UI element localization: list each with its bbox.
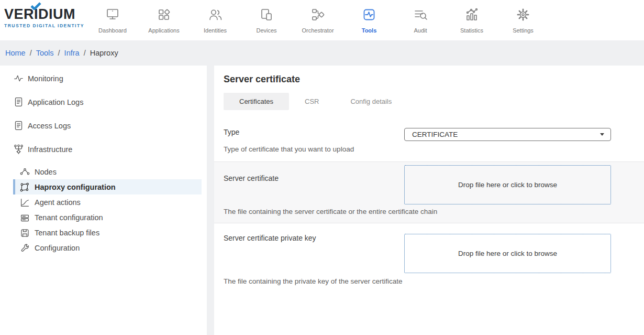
tab-csr[interactable]: CSR [289, 93, 335, 110]
certificate-type-value: CERTIFICATE [412, 131, 458, 138]
sidebar: Monitoring Application Logs Access Logs … [0, 66, 207, 335]
certificate-form: Type CERTIFICATE Type of certificate tha… [214, 117, 644, 294]
nav-item-applications[interactable]: Applications [138, 0, 190, 34]
top-nav: VERIDIUM TRUSTED DIGITAL IDENTITY Dashbo… [0, 0, 644, 40]
sidebar-item-agent-actions[interactable]: Agent actions [0, 194, 207, 210]
server-certificate-description: The file containing the server certifica… [224, 208, 611, 215]
network-icon [14, 144, 24, 154]
document-icon [14, 97, 24, 107]
sidebar-item-label: Monitoring [28, 74, 63, 83]
breadcrumb-separator: / [30, 49, 32, 57]
breadcrumb-tools[interactable]: Tools [36, 49, 54, 57]
nav-item-dashboard[interactable]: Dashboard [87, 0, 138, 34]
sidebar-item-nodes[interactable]: Nodes [0, 164, 207, 179]
sidebar-item-label: Tenant configuration [35, 213, 103, 222]
people-icon [207, 5, 223, 24]
tab-certificates[interactable]: Certificates [224, 93, 289, 110]
sidebar-item-label: Access Logs [28, 122, 71, 130]
nav-item-audit[interactable]: Audit [395, 0, 446, 34]
floppy-disk-icon [20, 228, 29, 237]
infrastructure-submenu: Nodes Haproxy configuration Agent action… [0, 164, 207, 255]
server-stack-icon [20, 213, 29, 222]
wrench-icon [20, 243, 29, 253]
line-chart-icon [20, 198, 29, 207]
activity-icon [14, 73, 24, 83]
sidebar-item-label: Nodes [35, 168, 57, 176]
sidebar-item-label: Application Logs [28, 98, 83, 106]
private-key-description: The file containing the private key of t… [224, 277, 611, 285]
nav-item-devices[interactable]: Devices [241, 0, 292, 34]
brand-logo[interactable]: VERIDIUM TRUSTED DIGITAL IDENTITY [4, 7, 83, 28]
breadcrumb: Home / Tools / Infra / Haproxy [0, 40, 644, 66]
logo-checkmark-icon [30, 2, 41, 10]
sidebar-item-infrastructure[interactable]: Infrastructure [0, 137, 207, 161]
sidebar-item-configuration[interactable]: Configuration [0, 240, 207, 255]
breadcrumb-separator: / [58, 49, 60, 57]
dropzone-text: Drop file here or click to browse [458, 250, 557, 257]
nodes-icon [20, 167, 29, 177]
nav-item-tools[interactable]: Tools [343, 0, 395, 34]
private-key-label: Server certificate private key [224, 234, 404, 273]
nav-item-identities[interactable]: Identities [190, 0, 241, 34]
list-magnifier-icon [413, 5, 428, 24]
server-certificate-dropzone[interactable]: Drop file here or click to browse [404, 165, 611, 204]
nav-item-statistics[interactable]: Statistics [446, 0, 497, 34]
nav-item-settings[interactable]: Settings [497, 0, 549, 34]
flowchart-icon [310, 5, 326, 24]
nav-item-orchestrator[interactable]: Orchestrator [292, 0, 343, 34]
workflow-icon [20, 182, 29, 192]
breadcrumb-current: Haproxy [90, 49, 118, 57]
app-grid-icon [156, 5, 172, 24]
dropzone-text: Drop file here or click to browse [458, 181, 557, 189]
sidebar-item-label: Infrastructure [28, 145, 72, 154]
certificate-type-select[interactable]: CERTIFICATE [404, 128, 611, 141]
document-icon [14, 121, 24, 131]
bar-line-chart-icon [464, 5, 480, 24]
monitor-icon [105, 5, 120, 24]
chevron-down-icon [600, 133, 604, 136]
type-label: Type [224, 128, 404, 141]
form-row-server-certificate: Server certificate Drop file here or cli… [214, 161, 644, 223]
sidebar-item-monitoring[interactable]: Monitoring [0, 67, 207, 90]
primary-nav: Dashboard Applications Identities Device… [87, 0, 549, 34]
gear-icon [515, 5, 531, 24]
type-description: Type of certificate that you want to upl… [224, 145, 611, 153]
tab-bar: Certificates CSR Config details [224, 93, 644, 110]
form-row-private-key: Server certificate private key Drop file… [214, 223, 644, 294]
sidebar-item-label: Haproxy configuration [35, 183, 116, 191]
sidebar-item-access-logs[interactable]: Access Logs [0, 114, 207, 137]
form-row-type: Type CERTIFICATE Type of certificate tha… [214, 117, 644, 161]
sidebar-item-label: Tenant backup files [35, 229, 99, 237]
private-key-dropzone[interactable]: Drop file here or click to browse [404, 234, 611, 273]
devices-icon [259, 5, 274, 24]
breadcrumb-home[interactable]: Home [5, 49, 26, 57]
sidebar-item-label: Configuration [35, 244, 80, 252]
tab-config-details[interactable]: Config details [335, 93, 407, 110]
sidebar-item-tenant-configuration[interactable]: Tenant configuration [0, 210, 207, 225]
pulse-square-icon [361, 5, 377, 24]
server-certificate-label: Server certificate [224, 174, 404, 204]
breadcrumb-separator: / [84, 49, 86, 57]
main-panel: Server certificate Certificates CSR Conf… [214, 66, 644, 335]
brand-tagline: TRUSTED DIGITAL IDENTITY [4, 23, 83, 28]
sidebar-item-haproxy-configuration[interactable]: Haproxy configuration [13, 179, 202, 194]
sidebar-item-tenant-backup-files[interactable]: Tenant backup files [0, 225, 207, 240]
page-title: Server certificate [224, 74, 644, 85]
brand-wordmark: VERIDIUM [4, 7, 83, 21]
sidebar-item-label: Agent actions [35, 198, 81, 207]
breadcrumb-infra[interactable]: Infra [64, 49, 80, 57]
sidebar-item-application-logs[interactable]: Application Logs [0, 90, 207, 114]
